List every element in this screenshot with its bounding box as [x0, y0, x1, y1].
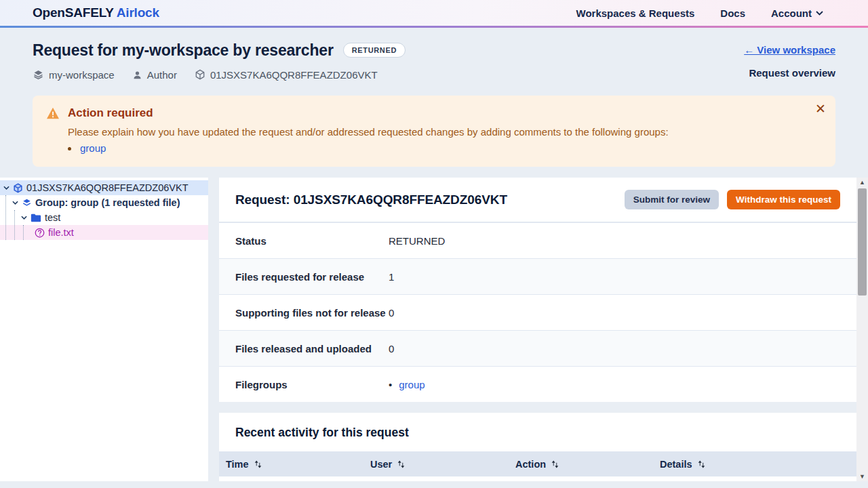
column-header-time[interactable]: Time	[219, 451, 363, 476]
activity-title: Recent activity for this request	[235, 426, 409, 439]
request-id: 01JSXS7KA6QQR8FFEAZDZ06VKT	[210, 69, 378, 81]
detail-value: 0	[389, 307, 394, 319]
alert-message: Please explain how you have updated the …	[68, 126, 822, 138]
detail-label: Supporting files not for release	[235, 307, 389, 319]
top-nav: OpenSAFELY Airlock Workspaces & Requests…	[0, 0, 868, 28]
scrollbar-thumb[interactable]	[858, 188, 867, 296]
tree-guide	[14, 210, 15, 240]
recent-activity-card: Recent activity for this request Time Us…	[219, 413, 856, 481]
tree-item-group[interactable]: Group: group (1 requested file)	[0, 195, 208, 210]
content-area: 01JSXS7KA6QQR8FFEAZDZ06VKT Group: group …	[0, 178, 868, 481]
chevron-down-icon[interactable]	[1, 186, 11, 190]
submit-for-review-button[interactable]: Submit for review	[625, 190, 719, 209]
request-card-title: Request: 01JSXS7KA6QQR8FFEAZDZ06VKT	[235, 192, 507, 207]
main-panel: Request: 01JSXS7KA6QQR8FFEAZDZ06VKT Subm…	[219, 178, 856, 481]
column-label: Details	[660, 459, 692, 470]
tree-item-test-folder[interactable]: test	[0, 210, 208, 225]
page-header: Request for my-workspace by researcher R…	[0, 28, 868, 81]
page-title: Request for my-workspace by researcher	[33, 41, 334, 60]
activity-table-header: Time User Action	[219, 451, 856, 476]
question-circle-icon	[35, 228, 45, 238]
nav-item-workspaces-requests[interactable]: Workspaces & Requests	[576, 7, 695, 19]
tree-item-request[interactable]: 01JSXS7KA6QQR8FFEAZDZ06VKT	[0, 180, 208, 195]
tree-guide	[5, 195, 6, 240]
tree-item-file-txt[interactable]: file.txt	[0, 225, 208, 240]
action-required-banner: Action required Please explain how you h…	[33, 96, 835, 167]
withdraw-request-button[interactable]: Withdraw this request	[727, 190, 840, 209]
sort-icon	[397, 460, 405, 468]
sort-icon	[698, 460, 705, 468]
sort-icon	[254, 460, 262, 468]
author-label: Author	[147, 69, 177, 81]
workspace-meta: my-workspace	[33, 69, 115, 81]
detail-row-status: Status RETURNED	[219, 222, 856, 258]
column-header-user[interactable]: User	[363, 451, 509, 476]
status-badge: RETURNED	[343, 43, 406, 58]
detail-label: Files released and uploaded	[235, 343, 389, 354]
detail-label: Filegroups	[235, 379, 389, 390]
layers-icon	[22, 198, 32, 207]
activity-table-body	[219, 476, 856, 481]
chevron-down-icon[interactable]	[10, 201, 20, 205]
request-overview-link[interactable]: Request overview	[744, 67, 835, 79]
filegroup-link[interactable]: group	[399, 379, 425, 390]
alert-group-item: group	[79, 142, 822, 154]
brand-primary: OpenSAFELY	[33, 5, 113, 20]
tree-item-label: file.txt	[48, 227, 74, 238]
sort-icon	[551, 460, 559, 468]
alert-title: Action required	[68, 106, 153, 120]
list-bullet: •	[389, 379, 392, 390]
detail-label: Status	[235, 235, 389, 247]
brand-logo[interactable]: OpenSAFELY Airlock	[33, 5, 159, 20]
view-workspace-link[interactable]: ← View workspace	[744, 44, 835, 56]
tree-item-label: test	[45, 212, 60, 223]
request-id-meta: 01JSXS7KA6QQR8FFEAZDZ06VKT	[195, 69, 378, 81]
scrollbar-down-arrow[interactable]: ▼	[856, 472, 868, 481]
card-gap	[219, 402, 856, 413]
detail-value: RETURNED	[389, 235, 445, 247]
detail-label: Files requested for release	[235, 271, 389, 283]
layers-icon	[33, 69, 44, 80]
detail-value: 1	[389, 271, 394, 283]
tree-item-label: Group: group (1 requested file)	[35, 197, 180, 208]
alert-group-list: group	[79, 142, 822, 154]
brand-secondary: Airlock	[117, 5, 159, 20]
nav-item-docs[interactable]: Docs	[720, 7, 745, 19]
close-icon[interactable]: ✕	[815, 102, 826, 115]
cube-icon	[13, 183, 23, 193]
column-header-action[interactable]: Action	[509, 451, 653, 476]
cube-icon	[195, 69, 205, 80]
chevron-down-icon[interactable]	[19, 216, 28, 220]
detail-row-supporting-files: Supporting files not for release 0	[219, 294, 856, 330]
file-tree: 01JSXS7KA6QQR8FFEAZDZ06VKT Group: group …	[0, 178, 208, 481]
column-label: Time	[226, 459, 249, 470]
user-icon	[132, 70, 142, 80]
tree-guide	[23, 225, 24, 240]
detail-row-files-requested: Files requested for release 1	[219, 258, 856, 294]
nav-items: Workspaces & Requests Docs Account	[576, 7, 823, 19]
vertical-scrollbar[interactable]: ▲ ▼	[856, 178, 868, 481]
detail-row-filegroups: Filegroups • group	[219, 366, 856, 402]
folder-icon	[31, 214, 41, 222]
detail-row-files-released: Files released and uploaded 0	[219, 330, 856, 366]
column-header-details[interactable]: Details	[653, 451, 856, 476]
nav-item-account[interactable]: Account	[771, 7, 823, 19]
breadcrumb: my-workspace Author 01JSXS7KA6QQR8FFEAZD…	[33, 68, 406, 81]
column-label: User	[370, 459, 392, 470]
workspace-name: my-workspace	[49, 69, 115, 81]
tree-item-label: 01JSXS7KA6QQR8FFEAZDZ06VKT	[26, 182, 189, 193]
request-overview-card: Request: 01JSXS7KA6QQR8FFEAZDZ06VKT Subm…	[219, 178, 856, 402]
account-label: Account	[771, 7, 812, 19]
warning-icon	[46, 107, 60, 119]
author-meta: Author	[132, 69, 177, 81]
chevron-down-icon	[816, 11, 823, 16]
scrollbar-up-arrow[interactable]: ▲	[856, 178, 868, 187]
detail-value: 0	[389, 343, 394, 354]
column-label: Action	[515, 459, 546, 470]
group-link[interactable]: group	[80, 142, 106, 154]
